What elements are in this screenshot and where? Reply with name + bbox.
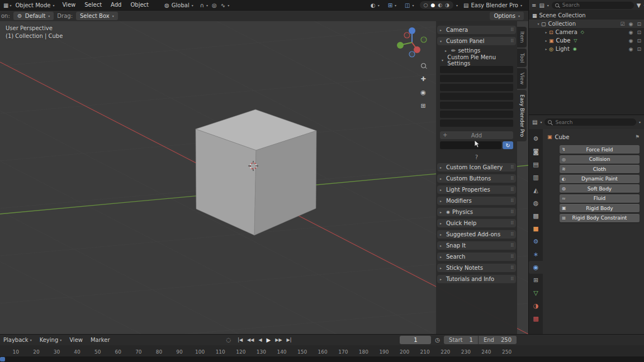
rigid-body-constraint-button[interactable]: ⊞ Rigid Body Constraint bbox=[560, 214, 640, 222]
chevron-down-icon[interactable]: ▾ bbox=[456, 3, 458, 7]
pie-slot[interactable] bbox=[440, 102, 513, 109]
panel-custom-buttons[interactable]: ▸ Custom Buttons ⠿ bbox=[437, 174, 516, 183]
panel-modifiers[interactable]: ▸ Modifiers ⠿ bbox=[437, 197, 516, 205]
pan-button[interactable]: ✚ bbox=[418, 74, 428, 84]
tab-collection[interactable]: ▩ bbox=[529, 209, 543, 222]
hide-eye-icon[interactable]: ◉ bbox=[629, 38, 633, 44]
panel-sticky-notes[interactable]: ▸ Sticky Notets ⠿ bbox=[437, 264, 516, 272]
fluid-button[interactable]: ≈ Fluid bbox=[560, 194, 640, 203]
hide-eye-icon[interactable]: ◉ bbox=[629, 21, 633, 27]
drag-handle-icon[interactable]: ⠿ bbox=[510, 198, 513, 203]
pie-menu-settings-subpanel[interactable]: ▾ Custom Pie Menu Settings bbox=[437, 56, 516, 64]
filter-funnel-icon[interactable]: ▼ bbox=[637, 2, 641, 8]
dynamic-paint-button[interactable]: ◐ Dynamic Paint bbox=[560, 175, 640, 183]
axis-y-handle[interactable] bbox=[397, 42, 404, 49]
menu-select[interactable]: Select bbox=[80, 0, 106, 10]
hide-eye-icon[interactable]: ◉ bbox=[629, 30, 633, 35]
panel-snap-it[interactable]: ▸ Snap It ⠿ bbox=[437, 241, 516, 250]
axis-x-handle[interactable] bbox=[414, 46, 420, 53]
next-keyframe-button[interactable]: ▶▶ bbox=[275, 337, 282, 342]
panel-custom-panel[interactable]: ▾ Custom Panel ⠿ bbox=[437, 37, 516, 45]
tab-easy-blender-pro[interactable]: Easy Blender Pro bbox=[517, 90, 527, 141]
proportional-editing-icon[interactable]: ◎ bbox=[212, 2, 217, 8]
default-cube[interactable] bbox=[196, 109, 316, 235]
axis-x-neg-handle[interactable] bbox=[404, 32, 410, 38]
pie-name-input[interactable] bbox=[440, 141, 501, 149]
falloff-dropdown[interactable]: ∿ ▾ bbox=[218, 1, 232, 9]
playhead-handle[interactable] bbox=[0, 357, 5, 361]
tab-render[interactable]: ◙ bbox=[529, 145, 543, 158]
active-tool-dropdown[interactable]: Select Box ▾ bbox=[76, 12, 118, 20]
disable-render-icon[interactable]: ⊡ bbox=[637, 38, 641, 44]
tab-physics[interactable]: ◉ bbox=[529, 261, 543, 274]
pie-slot[interactable] bbox=[440, 66, 513, 73]
play-button[interactable]: ▶ bbox=[267, 337, 271, 343]
drag-handle-icon[interactable]: ⠿ bbox=[510, 209, 513, 215]
jump-to-end-button[interactable]: ▶| bbox=[287, 337, 292, 342]
visibility-dropdown[interactable]: ◐ ▾ bbox=[368, 1, 382, 9]
pie-slot[interactable] bbox=[440, 93, 513, 100]
tab-material[interactable]: ◑ bbox=[529, 299, 543, 312]
tab-texture[interactable]: ▩ bbox=[529, 312, 543, 325]
camera-view-button[interactable]: ◉ bbox=[418, 87, 428, 97]
tab-constraints[interactable]: ⊞ bbox=[529, 274, 543, 287]
navigation-gizmo[interactable] bbox=[394, 25, 430, 60]
hide-eye-icon[interactable]: ◉ bbox=[629, 46, 633, 52]
drag-handle-icon[interactable]: ⠿ bbox=[510, 221, 513, 226]
pin-icon[interactable]: ⚑ bbox=[635, 134, 640, 140]
rigid-body-button[interactable]: ▣ Rigid Body bbox=[560, 204, 640, 212]
add-button[interactable]: + Add bbox=[440, 131, 513, 139]
tab-view[interactable]: View bbox=[517, 68, 527, 89]
panel-light-properties[interactable]: ▸ Light Properties ⠿ bbox=[437, 185, 516, 194]
cloth-button[interactable]: ≋ Cloth bbox=[560, 165, 640, 173]
menu-view[interactable]: View bbox=[69, 337, 83, 343]
tab-object[interactable]: ■ bbox=[529, 222, 543, 235]
outliner-row-collection[interactable]: ▾ ▢ Collection ☑ ◉ ⊡ bbox=[529, 20, 644, 28]
drag-handle-icon[interactable]: ⠿ bbox=[510, 254, 513, 259]
soft-body-button[interactable]: ◍ Soft Body bbox=[560, 184, 640, 193]
collision-button[interactable]: ◎ Collision bbox=[560, 155, 640, 164]
addon-dropdown[interactable]: ▤ Easy Blender Pro ▾ bbox=[461, 1, 525, 9]
ortho-toggle-button[interactable]: ⊞ bbox=[418, 101, 428, 111]
3d-viewport[interactable]: User Perspective (1) Collection | Cube ✚… bbox=[0, 21, 528, 334]
current-frame-field[interactable]: 1 bbox=[400, 336, 431, 344]
pie-slot[interactable] bbox=[440, 84, 513, 91]
outliner-row-cube[interactable]: ▸ ▣ Cube ▽ ◉ ⊡ bbox=[529, 36, 644, 45]
outliner-row-camera[interactable]: ▸ ⊡ Camera ◇ ◉ ⊡ bbox=[529, 28, 644, 36]
drag-handle-icon[interactable]: ⠿ bbox=[510, 39, 513, 44]
tab-tool[interactable]: ⚙ bbox=[529, 132, 543, 145]
tab-scene[interactable]: ◭ bbox=[529, 184, 543, 197]
menu-playback[interactable]: Playback ▾ bbox=[3, 337, 32, 343]
properties-editor-icon[interactable]: ▤ bbox=[532, 119, 537, 125]
menu-object[interactable]: Object bbox=[126, 0, 153, 10]
drag-handle-icon[interactable]: ⠿ bbox=[510, 165, 513, 170]
filter-menu-icon[interactable]: ≡ bbox=[532, 2, 536, 8]
drag-handle-icon[interactable]: ⠿ bbox=[510, 187, 513, 192]
panel-quick-help[interactable]: ▸ Quick Help ⠿ bbox=[437, 219, 516, 227]
menu-add[interactable]: Add bbox=[107, 0, 125, 10]
panel-camera[interactable]: ▸ Camera ⠿ bbox=[437, 26, 516, 34]
panel-physics[interactable]: ▸ ◉ Physics ⠿ bbox=[437, 208, 516, 216]
tab-modifiers[interactable]: ⚙ bbox=[529, 235, 543, 248]
frame-end-field[interactable]: End 250 bbox=[479, 336, 517, 344]
drag-handle-icon[interactable]: ⠿ bbox=[510, 277, 513, 282]
overlays-dropdown[interactable]: ◫ ▾ bbox=[402, 1, 416, 9]
tool-preset-dropdown[interactable]: ⚙ Default ▾ bbox=[13, 12, 54, 20]
jump-to-start-button[interactable]: |◀ bbox=[238, 337, 243, 342]
timeline-ruler[interactable]: 10 20 30 40 50 60 70 80 90 100 110 120 1… bbox=[0, 345, 644, 356]
snapping-dropdown[interactable]: ∩ ▾ bbox=[197, 1, 211, 9]
disable-render-icon[interactable]: ⊡ bbox=[637, 30, 641, 35]
prev-frame-button[interactable]: ◀ bbox=[258, 337, 262, 342]
tab-output[interactable]: ▤ bbox=[529, 158, 543, 171]
refresh-button[interactable]: ↻ bbox=[503, 141, 513, 149]
menu-keying[interactable]: Keying ▾ bbox=[40, 337, 62, 343]
auto-keyframe-icon[interactable]: ◌ bbox=[226, 337, 231, 343]
drag-handle-icon[interactable]: ⠿ bbox=[510, 27, 513, 32]
outliner-editor-icon[interactable]: ▤ bbox=[539, 2, 544, 8]
axis-z-handle[interactable] bbox=[409, 27, 415, 34]
outliner-row-scene-collection[interactable]: ▦ Scene Collection bbox=[529, 11, 644, 20]
tab-world[interactable]: ◍ bbox=[529, 197, 543, 209]
preview-range-icon[interactable]: ◷ bbox=[435, 337, 440, 343]
options-dropdown[interactable]: Options ▾ bbox=[490, 12, 524, 20]
axis-y-neg-handle[interactable] bbox=[421, 37, 427, 42]
